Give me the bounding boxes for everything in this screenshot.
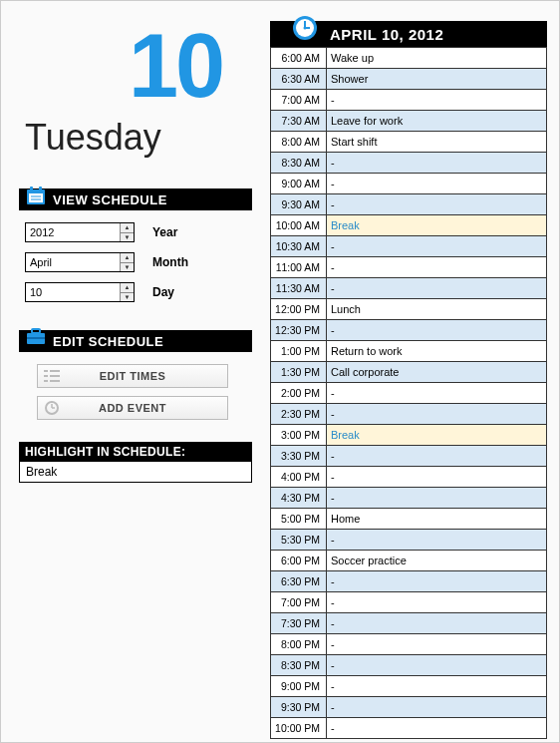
table-row: 4:00 PM-	[271, 467, 547, 488]
month-row: April ▲▼ Month	[19, 252, 252, 272]
year-row: 2012 ▲▼ Year	[19, 222, 252, 242]
time-cell: 5:30 PM	[271, 530, 327, 551]
svg-rect-14	[50, 380, 60, 382]
time-cell: 10:00 PM	[271, 718, 327, 739]
event-cell[interactable]: -	[327, 676, 547, 697]
table-row: 5:30 PM-	[271, 530, 547, 551]
event-cell[interactable]: Home	[327, 509, 547, 530]
event-cell[interactable]: -	[327, 488, 547, 509]
year-value[interactable]: 2012	[26, 223, 120, 241]
table-row: 11:00 AM-	[271, 257, 547, 278]
time-cell: 9:30 PM	[271, 697, 327, 718]
clock-small-icon	[38, 401, 66, 415]
calendar-icon	[25, 185, 47, 206]
month-value[interactable]: April	[26, 253, 120, 271]
day-spinner-arrows[interactable]: ▲▼	[120, 283, 134, 301]
event-cell[interactable]: Leave for work	[327, 111, 547, 132]
time-cell: 10:30 AM	[271, 236, 327, 257]
edit-times-button[interactable]: EDIT TIMES	[37, 364, 228, 388]
time-cell: 9:00 AM	[271, 174, 327, 194]
event-cell[interactable]: Call corporate	[327, 362, 547, 383]
time-cell: 3:30 PM	[271, 446, 327, 467]
list-icon	[38, 370, 66, 382]
month-label: Month	[152, 255, 188, 269]
event-cell[interactable]: -	[327, 153, 547, 174]
event-cell[interactable]: -	[327, 278, 547, 299]
table-row: 11:30 AM-	[271, 278, 547, 299]
event-cell[interactable]: Return to work	[327, 341, 547, 362]
table-row: 10:00 PM-	[271, 718, 547, 739]
table-row: 6:30 PM-	[271, 571, 547, 592]
event-cell[interactable]: -	[327, 404, 547, 425]
table-row: 7:00 PM-	[271, 592, 547, 613]
time-cell: 8:00 PM	[271, 634, 327, 655]
event-cell[interactable]: -	[327, 530, 547, 551]
svg-rect-7	[32, 329, 40, 333]
event-cell[interactable]: -	[327, 613, 547, 634]
table-row: 10:30 AM-	[271, 236, 547, 257]
event-cell[interactable]: Lunch	[327, 299, 547, 320]
event-cell[interactable]: -	[327, 655, 547, 676]
table-row: 1:30 PMCall corporate	[271, 362, 547, 383]
event-cell[interactable]: Start shift	[327, 132, 547, 153]
table-row: 7:30 PM-	[271, 613, 547, 634]
month-spinner-arrows[interactable]: ▲▼	[120, 253, 134, 271]
table-row: 4:30 PM-	[271, 488, 547, 509]
event-cell[interactable]: -	[327, 697, 547, 718]
table-row: 9:30 AM-	[271, 194, 547, 215]
view-schedule-header: VIEW SCHEDULE	[19, 188, 252, 210]
event-cell[interactable]: Shower	[327, 69, 547, 90]
table-row: 7:30 AMLeave for work	[271, 111, 547, 132]
time-cell: 2:00 PM	[271, 383, 327, 404]
event-cell[interactable]: -	[327, 383, 547, 404]
highlight-value[interactable]: Break	[19, 462, 252, 483]
time-cell: 7:00 PM	[271, 592, 327, 613]
event-cell[interactable]: -	[327, 236, 547, 257]
time-cell: 5:00 PM	[271, 509, 327, 530]
event-cell[interactable]: -	[327, 320, 547, 341]
table-row: 9:00 PM-	[271, 676, 547, 697]
event-cell[interactable]: Soccer practice	[327, 551, 547, 571]
event-cell[interactable]: -	[327, 634, 547, 655]
time-cell: 6:00 AM	[271, 48, 327, 69]
table-row: 12:30 PM-	[271, 320, 547, 341]
svg-rect-13	[44, 380, 48, 382]
svg-rect-9	[44, 370, 48, 372]
table-row: 3:30 PM-	[271, 446, 547, 467]
time-cell: 8:30 PM	[271, 655, 327, 676]
event-cell[interactable]: -	[327, 174, 547, 194]
svg-rect-3	[39, 186, 42, 191]
schedule-table: 6:00 AMWake up6:30 AMShower7:00 AM-7:30 …	[270, 47, 547, 739]
view-schedule-title: VIEW SCHEDULE	[53, 192, 167, 207]
event-cell[interactable]: -	[327, 571, 547, 592]
table-row: 7:00 AM-	[271, 90, 547, 111]
briefcase-icon	[25, 326, 47, 346]
event-cell[interactable]: -	[327, 446, 547, 467]
year-spinner-arrows[interactable]: ▲▼	[120, 223, 134, 241]
event-cell[interactable]: Break	[327, 425, 547, 446]
event-cell[interactable]: -	[327, 467, 547, 488]
add-event-button[interactable]: ADD EVENT	[37, 396, 228, 420]
svg-rect-11	[44, 375, 48, 377]
month-input[interactable]: April ▲▼	[25, 252, 135, 272]
table-row: 2:00 PM-	[271, 383, 547, 404]
event-cell[interactable]: -	[327, 90, 547, 111]
table-row: 2:30 PM-	[271, 404, 547, 425]
day-value[interactable]: 10	[26, 283, 120, 301]
clock-icon	[292, 15, 318, 41]
day-input[interactable]: 10 ▲▼	[25, 282, 135, 302]
svg-point-22	[304, 27, 307, 30]
event-cell[interactable]: -	[327, 257, 547, 278]
table-row: 9:00 AM-	[271, 174, 547, 194]
event-cell[interactable]: Wake up	[327, 48, 547, 69]
event-cell[interactable]: -	[327, 592, 547, 613]
event-cell[interactable]: Break	[327, 215, 547, 236]
year-input[interactable]: 2012 ▲▼	[25, 222, 135, 242]
event-cell[interactable]: -	[327, 718, 547, 739]
table-row: 12:00 PMLunch	[271, 299, 547, 320]
event-cell[interactable]: -	[327, 194, 547, 215]
time-cell: 4:30 PM	[271, 488, 327, 509]
edit-schedule-title: EDIT SCHEDULE	[53, 334, 163, 349]
schedule-date-header: APRIL 10, 2012	[270, 21, 547, 47]
svg-rect-10	[50, 370, 60, 372]
